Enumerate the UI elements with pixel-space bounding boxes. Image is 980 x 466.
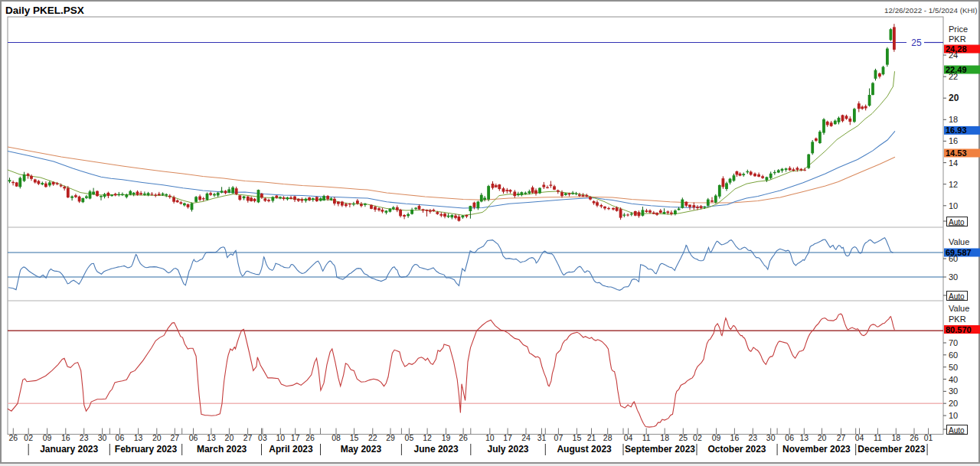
svg-text:18: 18 (891, 433, 900, 442)
svg-text:30: 30 (98, 433, 107, 442)
svg-text:16: 16 (61, 433, 70, 442)
svg-text:80.570: 80.570 (946, 325, 972, 334)
svg-text:02: 02 (693, 433, 702, 442)
svg-text:Value: Value (949, 304, 969, 313)
svg-text:10: 10 (949, 201, 958, 210)
svg-text:27: 27 (170, 433, 179, 442)
svg-text:April 2023: April 2023 (269, 444, 313, 455)
svg-text:May 2023: May 2023 (341, 444, 382, 455)
svg-text:PKR: PKR (949, 34, 966, 44)
svg-text:October 2023: October 2023 (707, 444, 766, 455)
svg-text:August 2023: August 2023 (557, 444, 612, 455)
svg-text:20: 20 (818, 433, 827, 442)
svg-text:06: 06 (116, 433, 125, 442)
svg-text:15: 15 (350, 433, 359, 442)
svg-text:September 2023: September 2023 (625, 444, 695, 455)
svg-text:60: 60 (949, 254, 958, 263)
svg-text:30: 30 (949, 386, 958, 396)
svg-text:17: 17 (503, 433, 512, 442)
svg-text:25: 25 (678, 433, 688, 442)
svg-text:15: 15 (573, 433, 582, 442)
svg-text:November 2023: November 2023 (782, 444, 851, 455)
svg-text:June 2023: June 2023 (414, 444, 459, 455)
svg-text:40: 40 (949, 375, 958, 384)
svg-text:08: 08 (332, 433, 341, 442)
svg-text:60: 60 (949, 350, 958, 360)
svg-text:29: 29 (386, 433, 395, 442)
svg-text:02: 02 (24, 433, 33, 442)
svg-text:16: 16 (949, 136, 958, 145)
svg-text:11: 11 (642, 433, 651, 442)
svg-text:14: 14 (949, 158, 958, 168)
svg-text:30: 30 (766, 433, 776, 442)
svg-text:04: 04 (624, 433, 633, 442)
svg-text:09: 09 (712, 433, 721, 442)
svg-text:Value: Value (949, 237, 969, 246)
svg-text:Daily PKEL.PSX: Daily PKEL.PSX (5, 5, 84, 16)
svg-text:03: 03 (258, 433, 267, 442)
svg-text:Auto: Auto (949, 292, 965, 301)
svg-text:12: 12 (949, 180, 958, 189)
svg-text:18: 18 (949, 115, 958, 124)
svg-text:20: 20 (949, 399, 958, 408)
svg-text:31: 31 (537, 433, 547, 442)
svg-text:12: 12 (423, 433, 432, 442)
svg-text:25: 25 (911, 37, 922, 48)
svg-text:14.53: 14.53 (946, 148, 967, 158)
svg-text:01: 01 (924, 433, 933, 442)
svg-text:19: 19 (442, 433, 451, 442)
svg-text:20: 20 (949, 93, 959, 103)
svg-text:24: 24 (521, 433, 531, 442)
svg-text:07: 07 (554, 433, 564, 442)
svg-text:24: 24 (949, 51, 958, 60)
svg-text:23: 23 (748, 433, 757, 442)
svg-text:26: 26 (459, 433, 468, 442)
svg-text:27: 27 (837, 433, 846, 442)
svg-text:22: 22 (368, 433, 377, 442)
svg-text:70: 70 (949, 338, 958, 347)
svg-text:December 2023: December 2023 (858, 444, 925, 455)
svg-text:PKR: PKR (949, 314, 966, 324)
svg-text:16.93: 16.93 (946, 125, 967, 135)
svg-text:10: 10 (485, 433, 495, 442)
svg-text:05: 05 (405, 433, 414, 442)
svg-text:26: 26 (305, 433, 315, 442)
svg-text:23: 23 (80, 433, 89, 442)
svg-text:12/26/2022 - 1/5/2024 (KHI): 12/26/2022 - 1/5/2024 (KHI) (884, 6, 977, 15)
svg-text:Auto: Auto (949, 218, 965, 226)
svg-text:20: 20 (152, 433, 162, 442)
svg-text:13: 13 (207, 433, 216, 442)
svg-text:26: 26 (910, 433, 919, 442)
svg-text:30: 30 (949, 272, 958, 282)
svg-text:18: 18 (660, 433, 669, 442)
svg-text:13: 13 (799, 433, 808, 442)
svg-text:09: 09 (43, 433, 52, 442)
svg-text:17: 17 (291, 433, 300, 442)
svg-text:10: 10 (949, 411, 958, 420)
svg-text:13: 13 (134, 433, 143, 442)
svg-text:06: 06 (189, 433, 198, 442)
svg-text:27: 27 (243, 433, 253, 442)
svg-text:06: 06 (785, 433, 794, 442)
svg-text:February 2023: February 2023 (115, 444, 178, 455)
svg-text:10: 10 (276, 433, 285, 442)
svg-text:Auto: Auto (949, 426, 965, 435)
svg-text:26: 26 (8, 433, 18, 442)
svg-text:20: 20 (225, 433, 234, 442)
svg-text:22: 22 (949, 72, 958, 81)
svg-text:04: 04 (855, 433, 864, 442)
svg-text:16: 16 (730, 433, 740, 442)
svg-text:21: 21 (587, 433, 596, 442)
svg-text:50: 50 (949, 363, 958, 372)
svg-text:11: 11 (874, 433, 882, 442)
svg-text:March 2023: March 2023 (197, 444, 247, 455)
svg-text:28: 28 (603, 433, 612, 442)
svg-text:July 2023: July 2023 (487, 444, 528, 455)
svg-text:Price: Price (949, 24, 968, 34)
svg-text:January 2023: January 2023 (40, 444, 98, 455)
